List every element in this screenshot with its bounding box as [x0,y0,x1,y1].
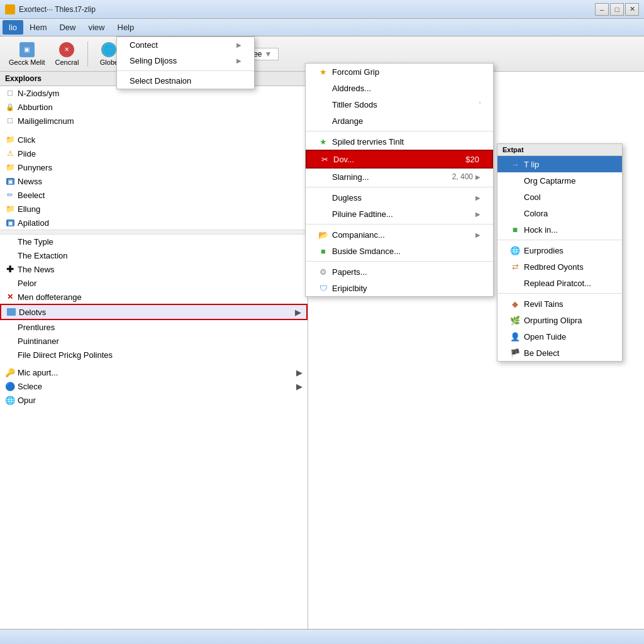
ctx2-paperts[interactable]: ⚙ Paperts... [306,264,493,280]
tree-item-apilatiod[interactable]: ▣ Apilatiod [0,216,308,230]
slarning-icon [318,172,328,182]
title-bar-left: Exortect··· Thles.t7-zlip [5,4,96,14]
ctx3-redbred[interactable]: ⇄ Redbred Oyonts [497,258,622,275]
menu-item-dew[interactable]: Dew [53,20,82,35]
ctx2-piluine[interactable]: Piluine Fadtine... ▶ [306,206,493,222]
menu-item-view[interactable]: view [82,20,111,35]
tree-item-opur[interactable]: 🌐 Opur [0,393,308,407]
ctx2-dov[interactable]: ✂ Dov... $20 [306,150,493,169]
tree-item-sclece[interactable]: 🔵 Sclece ▶ [0,379,308,393]
mendoff-icon: ✕ [5,292,15,302]
ctx3-replead[interactable]: Replead Piratcot... [497,275,622,291]
ctx2-titller[interactable]: Titller Sdods ' [306,96,493,113]
ctx3-tlip-label: T lip [524,160,539,169]
ctx2-dugless-label: Dugless [332,193,362,203]
ctx1-contect[interactable]: Contect ▶ [117,37,254,53]
ellung-label: Ellung [18,204,40,214]
tree-item-newss[interactable]: ▣ Newss [0,174,308,188]
context-menu-2: ★ Forcomi Grip Alddreds... Titller Sdods… [305,63,494,297]
tree-item-beelect[interactable]: ✏ Beelect [0,188,308,202]
tree-item-ellung[interactable]: 📁 Ellung [0,202,308,216]
toolbar-btn-cencral[interactable]: ✕ Cencral [51,40,82,68]
opur-icon: 🌐 [5,395,15,405]
tree-item-prentlures[interactable]: Prentlures [0,320,308,334]
app-icon [5,4,15,14]
ctx3-eurprodies[interactable]: 🌐 Eurprodies [497,242,622,258]
gecck-label: Gecck Melit [9,58,45,66]
close-button[interactable]: ✕ [625,3,639,16]
titller-shortcut-icon: ' [479,101,480,108]
ctx3-eurprodies-label: Eurprodies [524,246,564,255]
tree-item-piide[interactable]: ⚠ Piide [0,147,308,160]
ctx2-alddreds-label: Alddreds... [332,84,371,93]
ctx1-seling[interactable]: Seling Dljoss ▶ [117,53,254,69]
ctx2-dugless[interactable]: Dugless ▶ [306,189,493,206]
tree-item-theextaction[interactable]: The Extaction [0,248,308,262]
tree-item-maili[interactable]: ☐ Mailigelimcnum [0,114,308,128]
tree-item-puintinaner[interactable]: Puintinaner [0,334,308,348]
tree-item-pelor[interactable]: Pelor [0,276,308,290]
ctx3-orgcaptarme[interactable]: Org Captarme [497,172,622,189]
cool-icon [510,192,520,202]
replead-icon [510,278,520,288]
ctx3-colora[interactable]: Colora [497,205,622,221]
ctx2-companianc[interactable]: 📂 Companianc... ▶ [306,226,493,243]
ctx2-slarning[interactable]: Slarning... 2, 400 ▶ [306,169,493,185]
spiled-green-star-icon: ★ [318,136,328,147]
dov-scissors-icon: ✂ [319,154,330,164]
ctx3-cool[interactable]: Cool [497,189,622,205]
ctx3-reviltains[interactable]: ◆ Revil Tains [497,296,622,312]
thenews-label: The News [18,265,55,274]
menu-item-help[interactable]: Help [111,20,141,35]
ctx2-paperts-label: Paperts... [332,267,367,277]
menu-item-lio[interactable]: lio [3,20,23,35]
tree-item-mendoff[interactable]: ✕ Men doffeterange [0,290,308,304]
ctx2-spiled[interactable]: ★ Spiled trervries Tinlt [306,133,493,150]
ctx3-sep2 [497,293,622,294]
ctx3-opentuide[interactable]: 👤 Open Tuide [497,328,622,345]
ctx3-hockin[interactable]: ■ Hock in... [497,221,622,238]
ctx2-eripiclbity-label: Eripiclbity [332,284,367,293]
nziods-label: N-Ziods/ym [18,89,59,98]
titller-icon [318,99,328,109]
context-menu-3: Extpat → T lip Org Captarme Cool Colora … [497,143,623,362]
beelect-icon: ✏ [5,190,15,200]
ctx3-bedelect[interactable]: 🏴 Be Delect [497,345,622,361]
ctx3-sep1 [497,240,622,240]
minimize-button[interactable]: – [595,3,609,16]
ctx2-forcomi[interactable]: ★ Forcomi Grip [306,64,493,80]
ctx3-tlip[interactable]: → T lip [497,156,622,172]
ctx2-buside[interactable]: ■ Buside Smdance... [306,243,493,259]
tree-item-thetyple[interactable]: The Typle [0,235,308,248]
pelor-label: Pelor [18,279,36,288]
tree-item-punyners[interactable]: 📁 Punyners [0,160,308,174]
redbred-arrows-icon: ⇄ [510,262,520,272]
context-menu-1: Contect ▶ Seling Dljoss ▶ Select Destnai… [116,36,255,89]
tree-item-thenews[interactable]: ✚ The News [0,262,308,276]
ctx2-alddreds[interactable]: Alddreds... [306,80,493,96]
ctx1-select[interactable]: Select Destnaion [117,73,254,89]
beelect-label: Beelect [18,191,45,200]
ctx2-eripiclbity[interactable]: 🛡 Eripiclbity [306,280,493,296]
tree-item-micapurt[interactable]: 🔑 Mic apurt... ▶ [0,365,308,379]
tree-item-delotvs[interactable]: Delotvs ▶ [0,304,308,320]
ctx2-ardange[interactable]: Ardange [306,113,493,129]
forcomi-star-icon: ★ [318,67,328,77]
dugless-icon [318,192,328,203]
ctx2-sep4 [306,261,493,262]
ctx3-orpurting[interactable]: 🌿 Orpurting Olipra [497,312,622,328]
micapurt-label: Mic apurt... [18,368,294,377]
ctx3-replead-label: Replead Piratcot... [524,279,591,288]
delotvs-icon [6,307,16,317]
tree-item-click[interactable]: 📁 Click [0,133,308,147]
maximize-button[interactable]: □ [610,3,624,16]
dugless-arrow-icon: ▶ [475,194,480,201]
micapurt-arrow: ▶ [296,368,303,377]
tree-item-abburtion[interactable]: 🔒 Abburtion [0,100,308,114]
ctx2-dov-shortcut: $20 [465,155,479,164]
toolbar-btn-gecck[interactable]: ▣ Gecck Melit [5,40,48,68]
tree-item-filediirect[interactable]: File Diirect Prickg Polintes [0,348,308,362]
hockin-green-icon: ■ [510,225,520,235]
slarning-arrow-icon: ▶ [475,174,480,180]
menu-item-hem[interactable]: Hem [23,20,53,35]
